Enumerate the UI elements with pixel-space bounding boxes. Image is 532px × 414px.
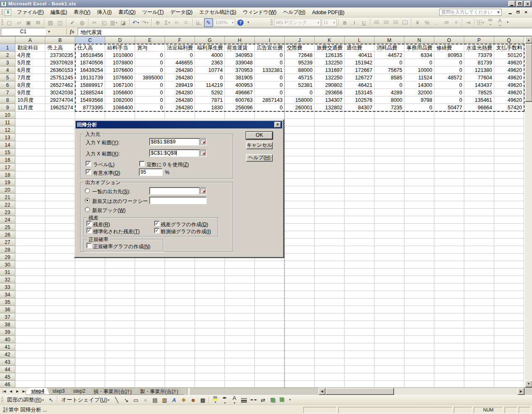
cell-P37[interactable] [464,313,494,321]
cell-G44[interactable] [195,366,225,373]
cell-N8[interactable]: 9798 [404,96,434,104]
borders-icon[interactable]: ▾ [476,18,485,27]
row-header-36[interactable]: 36 [0,306,15,313]
cell-Q37[interactable] [494,313,524,321]
cell-P9[interactable]: 96664 [464,104,494,111]
select-all-corner[interactable] [0,37,15,44]
row-header-29[interactable]: 29 [0,254,15,261]
cell-C10[interactable] [75,111,105,119]
cell-M8[interactable]: 8000 [374,96,404,104]
standardized-residuals-checkbox[interactable]: ✓ [86,228,92,233]
cell-K46[interactable] [315,381,345,387]
cell-Q16[interactable] [494,156,524,164]
cell-Q23[interactable] [494,209,524,216]
cell-J32[interactable] [285,276,315,283]
cell-N2[interactable]: 6334 [404,52,434,59]
cell-G46[interactable] [195,381,225,387]
cell-O29[interactable] [434,254,464,261]
cell-J8[interactable]: 158000 [285,96,315,104]
cell-O34[interactable] [434,291,464,298]
line-style-icon[interactable] [239,396,248,404]
cell-K1[interactable]: 旅費交通費 [315,44,345,52]
cell-G42[interactable] [195,351,225,358]
previous-sheet-icon[interactable]: ◀ [7,389,14,393]
cell-N16[interactable] [404,156,434,164]
cell-M45[interactable] [374,373,404,381]
cell-F39[interactable] [165,328,195,336]
cell-N4[interactable]: 10000 [404,67,434,74]
cell-Q18[interactable] [494,171,524,179]
cell-B6[interactable]: 26527462 [45,81,75,89]
cell-Q13[interactable] [494,134,524,141]
scroll-up-icon[interactable]: ▲ [525,37,532,44]
cell-O27[interactable] [434,239,464,246]
new-worksheet-radio[interactable] [85,198,90,203]
row-header-31[interactable]: 31 [0,269,15,276]
cell-E39[interactable] [135,328,165,336]
cell-F45[interactable] [165,373,195,381]
cell-C9[interactable]: 8773395 [75,104,105,111]
cell-H10[interactable] [225,111,255,119]
cell-K30[interactable] [315,261,345,269]
cell-A30[interactable] [15,261,45,269]
cell-O21[interactable] [434,194,464,201]
cell-I34[interactable] [255,291,285,298]
constant-zero-checkbox[interactable]: ✓ [139,161,145,166]
cell-O30[interactable] [434,261,464,269]
sheet-tab-[interactable]: 製・事業所(合計) [135,388,184,395]
cell-D5[interactable]: 1076600 [105,74,135,81]
toolbar-grip[interactable] [1,19,3,26]
cell-I44[interactable] [255,366,285,373]
column-header-M[interactable]: M [374,37,404,44]
cell-K45[interactable] [315,373,345,381]
cell-D38[interactable] [105,321,135,328]
cell-K19[interactable] [315,179,345,186]
cell-P21[interactable] [464,194,494,201]
cell-B19[interactable] [45,179,75,186]
cell-H35[interactable] [225,298,255,306]
chart-wizard-icon[interactable] [195,18,203,27]
cell-Q8[interactable]: 49620 [494,96,524,104]
comma-style-icon[interactable]: , [432,18,441,27]
cell-E6[interactable]: 0 [135,81,165,89]
cell-I9[interactable]: 0 [255,104,285,111]
cell-J31[interactable] [285,269,315,276]
cell-O3[interactable]: 0 [434,59,464,67]
cell-P17[interactable] [464,164,494,171]
cell-N20[interactable] [404,186,434,194]
autosum-icon[interactable]: Σ▾ [163,18,172,27]
cell-I36[interactable] [255,306,285,313]
cell-K5[interactable]: 132250 [315,74,345,81]
column-header-F[interactable]: F [165,37,195,44]
cell-B2[interactable]: 23730235 [45,52,75,59]
cell-C31[interactable] [75,269,105,276]
cell-Q44[interactable] [494,366,524,373]
align-left-icon[interactable] [372,18,381,27]
name-box-dropdown-icon[interactable]: ▼ [46,28,52,35]
cell-N9[interactable]: 0 [404,104,434,111]
vertical-scroll-thumb[interactable] [525,44,532,102]
cell-A6[interactable]: 8月度 [15,81,45,89]
cell-B20[interactable] [45,186,75,194]
cell-O8[interactable]: 0 [434,96,464,104]
cell-O24[interactable] [434,216,464,224]
fill-color-icon[interactable]: ▾ [486,18,495,27]
cell-A23[interactable] [15,209,45,216]
cell-L17[interactable] [345,164,374,171]
cell-I8[interactable]: 2857143 [255,96,285,104]
cell-D46[interactable] [105,381,135,387]
cell-A3[interactable]: 5月度 [15,59,45,67]
cell-K22[interactable] [315,201,345,209]
cell-M40[interactable] [374,336,404,343]
cell-K43[interactable] [315,358,345,366]
cell-P3[interactable]: 81739 [464,59,494,67]
cell-P8[interactable]: 135461 [464,96,494,104]
drawing-icon[interactable]: ✎ [204,18,213,27]
cell-M23[interactable] [374,209,404,216]
cell-N35[interactable] [404,298,434,306]
cell-Q20[interactable] [494,186,524,194]
row-header-28[interactable]: 28 [0,246,15,254]
row-header-14[interactable]: 14 [0,141,15,149]
cell-H37[interactable] [225,313,255,321]
cell-M44[interactable] [374,366,404,373]
